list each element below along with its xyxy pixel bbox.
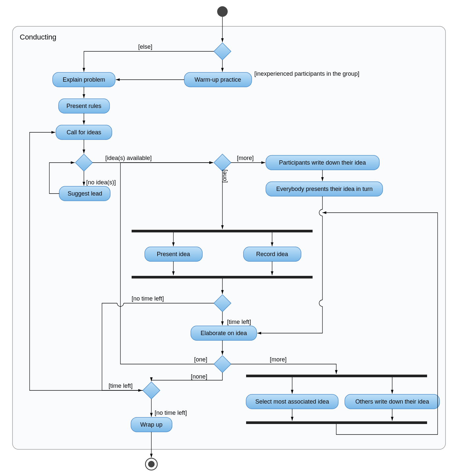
activity-explain-label: Explain problem [63, 76, 105, 83]
activity-warmup-label: Warm-up practice [194, 76, 241, 83]
activity-call-for-ideas-label: Call for ideas [66, 129, 101, 136]
guard-time-left2: [time left] [109, 383, 133, 389]
guard-one2: [one] [194, 356, 207, 363]
guard-else: [else] [138, 43, 152, 50]
fork2 [246, 375, 427, 377]
activity-present-rules-label: Present rules [66, 103, 101, 109]
guard-no-time-left1: [no time left] [132, 295, 164, 302]
activity-everybody-presents-label: Everybody presents their idea in turn [276, 186, 372, 192]
activity-elaborate-label: Elaborate on idea [200, 330, 247, 336]
guard-more1: [more] [237, 155, 254, 161]
activity-others-write-label: Others write down their idea [355, 398, 429, 405]
frame [13, 26, 445, 449]
activity-select-most-label: Select most associated idea [255, 398, 329, 405]
guard-ideas-available: [idea(s) available] [105, 155, 152, 161]
activity-present-idea-label: Present idea [157, 251, 190, 257]
guard-no-ideas: [no idea(s)] [86, 179, 116, 186]
guard-more2: [more] [270, 356, 287, 363]
guard-none: [none] [191, 373, 207, 380]
frame-title: Conducting [20, 33, 56, 41]
activity-record-idea-label: Record idea [256, 251, 288, 257]
activity-participants-write-label: Participants write down their idea [279, 159, 366, 166]
guard-no-time-left2: [no time left] [155, 410, 187, 416]
activity-suggest-lead-label: Suggest lead [67, 190, 102, 197]
initial-node [217, 6, 228, 17]
guard-time-left1: [time left] [227, 319, 251, 325]
join1 [132, 276, 313, 278]
activity-diagram: Conducting Warm-up practice Explain prob… [0, 0, 458, 476]
activity-wrap-up-label: Wrap up [140, 421, 163, 428]
final-node-inner [148, 461, 155, 467]
guard-inexperienced: [inexperienced participants in the group… [254, 70, 359, 77]
fork1 [132, 230, 313, 232]
join2 [246, 421, 427, 424]
guard-one1: [one] [221, 170, 228, 183]
